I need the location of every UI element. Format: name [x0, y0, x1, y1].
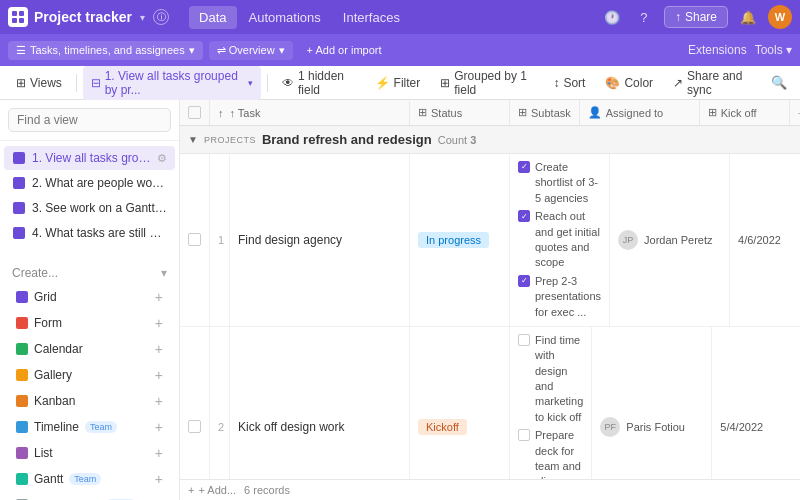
subtask-check[interactable]: [518, 429, 530, 441]
gantt-plus-icon[interactable]: +: [155, 471, 163, 487]
th-status-icon: ⊞: [418, 106, 427, 119]
form-plus-icon[interactable]: +: [155, 315, 163, 331]
svg-rect-2: [12, 18, 17, 23]
grouped-button[interactable]: ⊞ Grouped by 1 field: [432, 66, 541, 100]
sidebar-item-grid[interactable]: Grid +: [8, 284, 171, 310]
nav-data[interactable]: Data: [189, 6, 236, 29]
help-icon[interactable]: ?: [632, 5, 656, 29]
nav-interfaces[interactable]: Interfaces: [333, 6, 410, 29]
th-extra[interactable]: +: [790, 101, 800, 125]
row2-status[interactable]: Kickoff: [410, 327, 510, 500]
share-button[interactable]: ↑ Share: [664, 6, 728, 28]
view2-icon: [12, 176, 26, 190]
subtask-text: Create shortlist of 3-5 agencies: [535, 160, 601, 206]
toolbar-divider-1: [76, 74, 77, 92]
group-header-brand[interactable]: ▼ PROJECTS Brand refresh and redesign Co…: [180, 126, 800, 154]
view1-gear-icon[interactable]: ⚙: [157, 152, 167, 165]
subtask-check[interactable]: ✓: [518, 161, 530, 173]
row2-task[interactable]: Kick off design work: [230, 327, 410, 500]
sidebar-item-kanban[interactable]: Kanban +: [8, 388, 171, 414]
gantt-team-tag: Team: [69, 473, 101, 485]
row2-status-badge: Kickoff: [418, 419, 467, 435]
sidebar-item-view4[interactable]: 4. What tasks are still due?: [4, 221, 175, 245]
hidden-field-button[interactable]: 👁 1 hidden field: [274, 66, 363, 100]
overview-chevron: ▾: [279, 44, 285, 57]
color-button[interactable]: 🎨 Color: [597, 73, 661, 93]
title-chevron[interactable]: ▾: [140, 12, 145, 23]
grid-label: Grid: [34, 290, 57, 304]
row1-status[interactable]: In progress: [410, 154, 510, 326]
sidebar-item-view1[interactable]: 1. View all tasks grouped by p... ⚙: [4, 146, 175, 170]
row2-check[interactable]: [180, 327, 210, 500]
th-task: ↑ ↑ Task: [210, 101, 410, 125]
sort-button[interactable]: ↕ Sort: [545, 73, 593, 93]
sidebar-item-list[interactable]: List +: [8, 440, 171, 466]
views-button[interactable]: ⊞ Views: [8, 73, 70, 93]
subtask-check[interactable]: ✓: [518, 210, 530, 222]
create-section: Create... ▾ Grid + Form +: [0, 258, 179, 500]
row1-check[interactable]: [180, 154, 210, 326]
gallery-plus-icon[interactable]: +: [155, 367, 163, 383]
search-input[interactable]: [8, 108, 171, 132]
sidebar-item-form[interactable]: Form +: [8, 310, 171, 336]
notifications-icon[interactable]: 🔔: [736, 5, 760, 29]
sidebar-item-view2[interactable]: 2. What are people working on?: [4, 171, 175, 195]
filter-button[interactable]: ⚡ Filter: [367, 73, 429, 93]
records-count: 6 records: [244, 484, 290, 496]
nav-automations[interactable]: Automations: [239, 6, 331, 29]
sidebar-item-gallery[interactable]: Gallery +: [8, 362, 171, 388]
tasks-icon: ☰: [16, 44, 26, 57]
row2-kickoff: 5/4/2022: [712, 327, 800, 500]
history-icon[interactable]: 🕐: [600, 5, 624, 29]
info-button[interactable]: ⓘ: [153, 9, 169, 25]
calendar-plus-icon[interactable]: +: [155, 341, 163, 357]
sort-icon: ↕: [553, 76, 559, 90]
timeline-icon: [16, 421, 28, 433]
add-pill[interactable]: + Add or import: [299, 41, 390, 59]
kanban-label: Kanban: [34, 394, 75, 408]
view-group-button[interactable]: ⊟ 1. View all tasks grouped by pr... ▾: [83, 66, 262, 100]
share-sync-button[interactable]: ↗ Share and sync: [665, 66, 762, 100]
overview-pill[interactable]: ⇌ Overview ▾: [209, 41, 293, 60]
sidebar-item-view3[interactable]: 3. See work on a Gantt chart: [4, 196, 175, 220]
sidebar-item-calendar[interactable]: Calendar +: [8, 336, 171, 362]
subtask-check[interactable]: [518, 334, 530, 346]
th-kickoff-icon: ⊞: [708, 106, 717, 119]
grid-plus-icon[interactable]: +: [155, 289, 163, 305]
row1-task[interactable]: Find design agency: [230, 154, 410, 326]
tasks-chevron: ▾: [189, 44, 195, 57]
list-icon: [16, 447, 28, 459]
timeline-team-tag: Team: [85, 421, 117, 433]
timeline-plus-icon[interactable]: +: [155, 419, 163, 435]
logo-icon: [8, 7, 28, 27]
table-row: 1 Find design agency In progress ✓ Creat…: [180, 154, 800, 327]
row1-num: 1: [210, 154, 230, 326]
th-subtask: ⊞ Subtask: [510, 100, 580, 125]
create-chevron[interactable]: ▾: [161, 266, 167, 280]
subtask-text: Reach out and get initial quotes and sco…: [535, 209, 601, 271]
avatar[interactable]: W: [768, 5, 792, 29]
form-label: Form: [34, 316, 62, 330]
add-section-button[interactable]: + + Add...: [188, 484, 236, 496]
sidebar-item-newsection[interactable]: New section Team +: [8, 492, 171, 500]
gantt-label: Gantt: [34, 472, 63, 486]
table-body: ▼ PROJECTS Brand refresh and redesign Co…: [180, 126, 800, 500]
svg-rect-3: [19, 18, 24, 23]
color-icon: 🎨: [605, 76, 620, 90]
group-count-brand: Count 3: [438, 134, 477, 146]
sidebar-item-gantt[interactable]: Gantt Team +: [8, 466, 171, 492]
tools-button[interactable]: Tools ▾: [755, 43, 792, 57]
list-plus-icon[interactable]: +: [155, 445, 163, 461]
view-group-chevron: ▾: [248, 78, 253, 88]
extensions-button[interactable]: Extensions: [688, 43, 747, 57]
list-label: List: [34, 446, 53, 460]
timeline-label: Timeline: [34, 420, 79, 434]
search-button[interactable]: 🔍: [766, 70, 792, 96]
toolbar: ⊞ Views ⊟ 1. View all tasks grouped by p…: [0, 66, 800, 100]
group-tag-brand: PROJECTS: [204, 135, 256, 145]
sidebar-item-timeline[interactable]: Timeline Team +: [8, 414, 171, 440]
header-checkbox[interactable]: [188, 106, 201, 119]
tasks-pill[interactable]: ☰ Tasks, timelines, and assignees ▾: [8, 41, 203, 60]
kanban-plus-icon[interactable]: +: [155, 393, 163, 409]
subtask-check[interactable]: ✓: [518, 275, 530, 287]
